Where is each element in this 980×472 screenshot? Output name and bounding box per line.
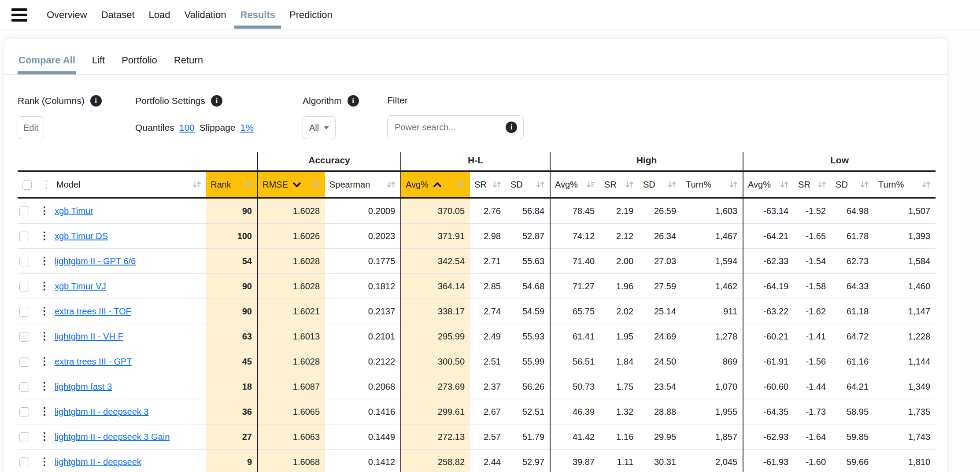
column-header-low-avg[interactable]: Avg% [743, 171, 794, 198]
row-checkbox[interactable] [19, 332, 29, 342]
cell-high-turn: 1,857 [681, 424, 743, 450]
row-select-cell [18, 224, 37, 249]
row-checkbox[interactable] [19, 307, 29, 317]
model-link[interactable]: xgb Timur [55, 206, 93, 216]
cell-high-sd: 24.69 [639, 324, 681, 349]
quantiles-value-link[interactable]: 100 [179, 122, 195, 133]
quantiles-label: Quantiles [135, 122, 174, 133]
slippage-value-link[interactable]: 1% [240, 122, 254, 133]
row-checkbox[interactable] [19, 282, 29, 291]
row-checkbox[interactable] [19, 357, 29, 367]
row-kebab-menu-icon[interactable]: ⋮ [40, 280, 50, 291]
cell-rmse: 1.6028 [258, 349, 325, 374]
kebab-menu-icon: ⋮ [41, 178, 52, 190]
cell-hl-sr: 2.37 [470, 374, 506, 399]
column-header-high-avg[interactable]: Avg% [550, 171, 600, 198]
sort-icon [456, 180, 466, 189]
column-header-low-turn[interactable]: Turn% [874, 171, 936, 198]
row-kebab-menu-icon[interactable]: ⋮ [40, 456, 50, 467]
nav-item-prediction[interactable]: Prediction [282, 0, 340, 30]
cell-hl-sr: 2.71 [470, 249, 506, 274]
cell-model: lightgbm II - deepseek 3 Gain [52, 424, 206, 450]
tab-return[interactable]: Return [173, 49, 204, 74]
algorithm-selected-value: All [309, 123, 319, 133]
nav-item-load[interactable]: Load [142, 0, 178, 30]
row-kebab-menu-icon[interactable]: ⋮ [40, 355, 50, 367]
row-checkbox[interactable] [19, 382, 29, 392]
results-card: Compare AllLiftPortfolioReturn Rank (Col… [4, 39, 947, 472]
cell-high-sr: 1.32 [600, 399, 639, 424]
row-checkbox[interactable] [19, 407, 29, 417]
info-icon[interactable]: i [506, 122, 517, 133]
algorithm-label: Algorithm [303, 96, 342, 106]
cell-low-avg: -61.91 [743, 349, 794, 374]
algorithm-dropdown[interactable]: All [303, 116, 336, 139]
model-link[interactable]: extra trees III - TOF [55, 306, 131, 316]
row-kebab-menu-icon[interactable]: ⋮ [40, 205, 50, 216]
column-header-high-sr[interactable]: SR [600, 171, 639, 198]
row-checkbox[interactable] [19, 432, 29, 442]
row-kebab-menu-icon[interactable]: ⋮ [40, 380, 50, 392]
row-kebab-menu-icon[interactable]: ⋮ [40, 305, 50, 317]
column-header-hl-sr[interactable]: SR [470, 171, 506, 198]
model-link[interactable]: xgb Timur VJ [55, 281, 106, 291]
row-kebab-menu-icon[interactable]: ⋮ [40, 255, 50, 266]
info-icon[interactable]: i [211, 95, 222, 107]
model-link[interactable]: lightgbm II - deepseek 3 Gain [55, 432, 170, 442]
row-checkbox[interactable] [19, 457, 29, 467]
model-link[interactable]: lightgbm II - GPT 6/6 [55, 256, 136, 266]
column-header-high-sd[interactable]: SD [639, 171, 681, 198]
column-header-hl-sd[interactable]: SD [506, 171, 550, 198]
row-checkbox[interactable] [19, 257, 29, 266]
edit-button[interactable]: Edit [18, 116, 44, 139]
model-link[interactable]: extra trees III - GPT [55, 357, 132, 366]
model-link[interactable]: xgb Timur DS [55, 231, 108, 241]
model-link[interactable]: lightgbm II - deepseek [55, 457, 141, 467]
row-menu-cell: ⋮ [37, 374, 52, 399]
select-all-checkbox[interactable] [22, 180, 32, 190]
nav-item-dataset[interactable]: Dataset [94, 0, 142, 30]
rank-columns-label: Rank (Columns) [18, 96, 85, 106]
column-header-model[interactable]: Model [52, 171, 206, 198]
column-header-rmse[interactable]: RMSE [258, 171, 325, 198]
sort-icon [729, 180, 738, 189]
cell-hl-sr: 2.74 [470, 299, 506, 324]
model-link[interactable]: lightgbm II - deepseek 3 [55, 407, 148, 417]
cell-hl-sr: 2.98 [470, 224, 506, 249]
cell-rank: 54 [206, 249, 258, 274]
info-icon[interactable]: i [90, 95, 102, 107]
model-link[interactable]: lightgbm fast 3 [55, 382, 112, 391]
cell-hl-sd: 56.26 [506, 374, 550, 399]
row-kebab-menu-icon[interactable]: ⋮ [40, 406, 50, 417]
model-link[interactable]: lightgbm II - VH F [55, 332, 123, 341]
tab-compare-all[interactable]: Compare All [18, 49, 76, 74]
tab-portfolio[interactable]: Portfolio [121, 49, 158, 74]
info-icon[interactable]: i [348, 95, 359, 107]
column-header-hl-avg[interactable]: Avg% [401, 171, 470, 198]
nav-item-validation[interactable]: Validation [177, 0, 233, 30]
row-kebab-menu-icon[interactable]: ⋮ [40, 330, 50, 342]
cell-high-turn: 1,070 [681, 374, 743, 399]
row-kebab-menu-icon[interactable]: ⋮ [40, 431, 50, 442]
column-header-rank[interactable]: Rank [206, 171, 258, 198]
cell-rmse: 1.6065 [258, 399, 325, 424]
cell-spearman: 0.2023 [325, 224, 401, 249]
column-header-low-sd[interactable]: SD [831, 171, 874, 198]
menu-icon[interactable] [11, 0, 27, 30]
power-search-input[interactable] [387, 115, 524, 139]
cell-low-sd: 64.98 [831, 198, 874, 224]
column-header-spearman[interactable]: Spearman [325, 171, 401, 198]
cell-hl-avg: 258.82 [401, 450, 470, 472]
row-select-cell [18, 374, 37, 399]
column-header-high-turn[interactable]: Turn% [681, 171, 743, 198]
sort-icon [386, 180, 396, 189]
cell-hl-avg: 300.50 [401, 349, 470, 374]
row-checkbox[interactable] [19, 206, 29, 216]
row-kebab-menu-icon[interactable]: ⋮ [40, 230, 50, 241]
column-header-low-sr[interactable]: SR [794, 171, 831, 198]
tab-lift[interactable]: Lift [91, 49, 106, 74]
cell-low-avg: -60.21 [743, 324, 794, 349]
nav-item-results[interactable]: Results [233, 0, 282, 30]
nav-item-overview[interactable]: Overview [40, 0, 94, 30]
row-checkbox[interactable] [19, 232, 29, 241]
